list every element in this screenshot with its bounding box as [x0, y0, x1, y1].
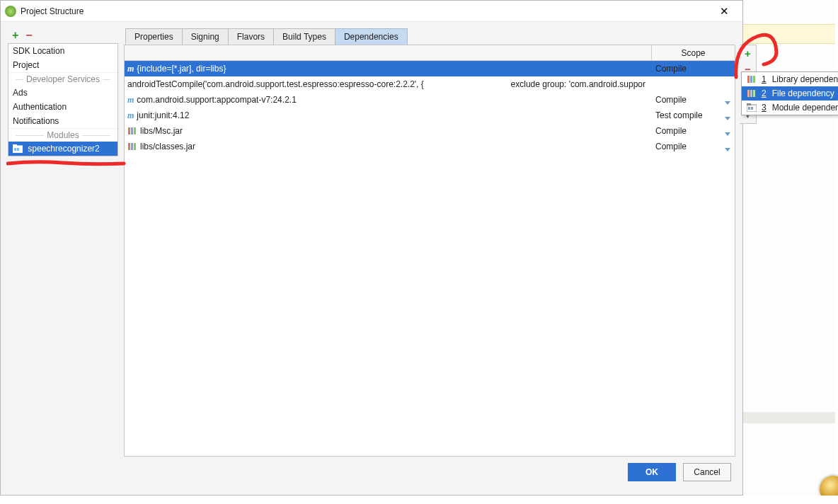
dependency-text: {include=[*.jar], dir=libs} — [137, 64, 226, 74]
svg-rect-15 — [750, 90, 752, 97]
sidebar-list: SDK Location Project Developer Services … — [8, 44, 117, 156]
tab-properties[interactable]: Properties — [125, 28, 183, 45]
dependency-text: androidTestCompile('com.android.support.… — [127, 79, 424, 89]
dependency-row[interactable]: libs/Msc.jar Compile — [125, 123, 735, 139]
dependency-extra: exclude group: 'com.android.suppor — [511, 79, 651, 89]
sidebar-item-project[interactable]: Project — [8, 58, 117, 72]
scope-cell[interactable]: Compile — [651, 126, 735, 136]
scope-cell[interactable]: Compile — [651, 95, 735, 105]
maven-icon: m — [127, 110, 134, 121]
window-title: Project Structure — [21, 6, 710, 16]
maven-icon: m — [127, 95, 134, 105]
module-icon — [13, 144, 23, 153]
background-bar — [743, 24, 835, 44]
svg-rect-8 — [128, 143, 130, 150]
right-panel: Properties Signing Flavors Build Types D… — [124, 28, 735, 457]
scope-cell[interactable]: Test compile — [651, 110, 735, 120]
tabs: Properties Signing Flavors Build Types D… — [124, 28, 735, 45]
svg-rect-20 — [747, 103, 751, 105]
svg-rect-13 — [753, 76, 755, 83]
svg-rect-3 — [17, 148, 19, 151]
ok-button[interactable]: OK — [628, 463, 676, 481]
menu-item-module-dependency[interactable]: 3 Module dependency — [742, 101, 838, 115]
dependency-row[interactable]: mjunit:junit:4.12 Test compile — [125, 108, 735, 123]
cancel-button[interactable]: Cancel — [683, 463, 731, 481]
scope-cell[interactable]: Compile — [651, 142, 735, 151]
titlebar: Project Structure ✕ — [1, 1, 742, 22]
tab-signing[interactable]: Signing — [182, 28, 229, 45]
library-icon — [127, 126, 137, 136]
svg-rect-11 — [747, 76, 750, 83]
sidebar-item-ads[interactable]: Ads — [8, 86, 117, 100]
svg-rect-14 — [747, 90, 750, 97]
menu-item-library-dependency[interactable]: 1 Library dependency — [742, 72, 838, 86]
svg-rect-10 — [134, 143, 136, 150]
menu-label: Library dependency — [772, 74, 838, 84]
tab-dependencies[interactable]: Dependencies — [335, 28, 408, 45]
scope-cell[interactable]: Compile — [651, 64, 735, 74]
dependency-text: com.android.support:appcompat-v7:24.2.1 — [137, 95, 296, 105]
svg-rect-7 — [134, 127, 136, 134]
svg-rect-16 — [753, 90, 755, 97]
grid-body: m{include=[*.jar], dir=libs} Compile and… — [125, 61, 735, 456]
menu-key: 3 — [762, 103, 767, 113]
dependencies-grid: Scope m{include=[*.jar], dir=libs} Compi… — [124, 45, 735, 457]
tab-build-types[interactable]: Build Types — [273, 28, 335, 45]
dialog-buttons: OK Cancel — [8, 457, 735, 488]
dependency-text: libs/Msc.jar — [140, 126, 183, 136]
maven-icon: m — [127, 64, 134, 74]
sidebar-item-module-speechrecognizer2[interactable]: speechrecognizer2 — [8, 142, 117, 156]
svg-rect-2 — [14, 148, 16, 151]
sidebar-item-notifications[interactable]: Notifications — [8, 114, 117, 128]
grid-header: Scope — [125, 45, 735, 61]
sidebar-item-sdk-location[interactable]: SDK Location — [8, 44, 117, 58]
dependency-row[interactable]: androidTestCompile('com.android.support.… — [125, 76, 735, 92]
sidebar-add-button[interactable]: + — [12, 30, 18, 41]
svg-rect-18 — [748, 107, 750, 110]
dependency-row[interactable]: mcom.android.support:appcompat-v7:24.2.1… — [125, 92, 735, 108]
sidebar: SDK Location Project Developer Services … — [8, 43, 118, 156]
svg-rect-6 — [131, 127, 133, 134]
library-icon — [746, 75, 757, 84]
tab-flavors[interactable]: Flavors — [228, 28, 274, 45]
grid-header-name — [125, 45, 651, 60]
svg-rect-12 — [750, 76, 752, 83]
module-icon — [746, 103, 757, 112]
android-studio-icon — [5, 6, 16, 17]
menu-key: 2 — [762, 88, 767, 98]
svg-rect-19 — [751, 107, 753, 110]
menu-item-file-dependency[interactable]: 2 File dependency — [742, 86, 838, 101]
dependency-text: libs/classes.jar — [140, 142, 195, 151]
add-dependency-menu: 1 Library dependency 2 File dependency 3… — [741, 71, 838, 115]
svg-rect-5 — [128, 127, 130, 134]
grid-header-scope: Scope — [651, 45, 735, 60]
dependency-row[interactable]: m{include=[*.jar], dir=libs} Compile — [125, 61, 735, 76]
dependency-row[interactable]: libs/classes.jar Compile — [125, 139, 735, 154]
svg-rect-4 — [13, 144, 17, 147]
library-icon — [746, 89, 757, 98]
menu-label: Module dependency — [772, 103, 838, 113]
dialog-body: + − SDK Location Project Developer Servi… — [1, 22, 742, 495]
library-icon — [127, 142, 137, 151]
sidebar-item-label: speechrecognizer2 — [28, 144, 99, 154]
menu-label: File dependency — [772, 88, 834, 98]
sidebar-header-developer-services: Developer Services — [8, 72, 117, 86]
svg-rect-9 — [131, 143, 133, 150]
background-shade — [743, 412, 835, 423]
add-dependency-button[interactable]: + — [740, 45, 756, 61]
menu-key: 1 — [762, 74, 767, 84]
project-structure-dialog: Project Structure ✕ + − SDK Location Pro… — [0, 0, 743, 496]
sidebar-toolbar: + − — [8, 28, 118, 43]
sidebar-header-modules: Modules — [8, 128, 117, 142]
sidebar-item-authentication[interactable]: Authentication — [8, 100, 117, 114]
sidebar-remove-button[interactable]: − — [25, 30, 32, 41]
top-row: + − SDK Location Project Developer Servi… — [8, 28, 735, 457]
close-button[interactable]: ✕ — [710, 5, 738, 18]
dependency-text: junit:junit:4.12 — [137, 110, 189, 120]
